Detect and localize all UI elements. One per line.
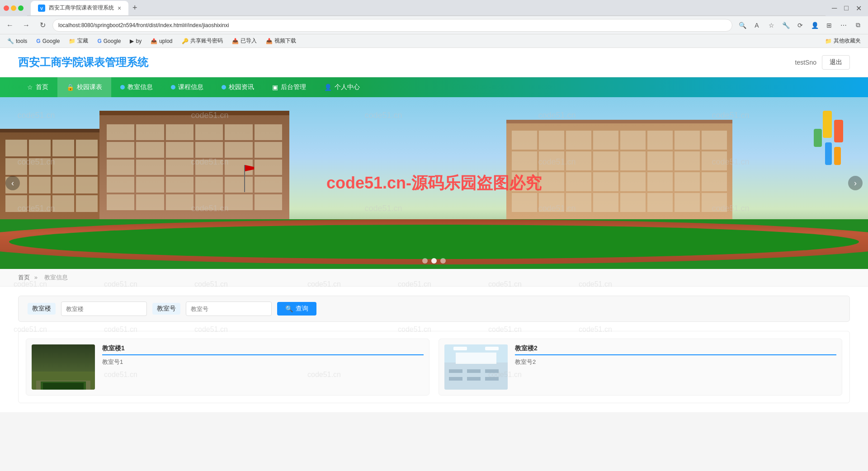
classroom-card-2[interactable]: 教室楼2 教室号2: [439, 339, 842, 396]
nav-home-label: 首页: [36, 83, 48, 91]
close-button[interactable]: ✕: [853, 4, 864, 13]
carousel-dots: [422, 258, 446, 264]
course-dot-icon: [171, 85, 175, 89]
carousel-dot-1[interactable]: [422, 258, 428, 264]
carousel-dot-3[interactable]: [440, 258, 446, 264]
tab-grid-btn[interactable]: ⊞: [823, 19, 835, 32]
folder-icon-1: 📁: [69, 38, 75, 44]
extensions-btn[interactable]: 🔧: [779, 19, 792, 32]
tab-close-button[interactable]: ×: [118, 5, 121, 12]
svg-rect-35: [456, 353, 496, 364]
card-2-room: 教室号2: [515, 358, 836, 366]
page-header: 西安工商学院课表管理系统 testSno 退出: [0, 48, 868, 77]
bookmark-shared-password[interactable]: 🔑 共享账号密码: [178, 36, 226, 46]
new-tab-button[interactable]: +: [128, 2, 141, 14]
nav-home[interactable]: ☆ 首页: [18, 77, 57, 97]
flagpole: [244, 165, 245, 192]
nav-course-label: 课程信息: [178, 83, 203, 91]
window-maximize-button[interactable]: [18, 5, 24, 11]
refresh-button[interactable]: ↻: [36, 19, 49, 32]
sync-btn[interactable]: ⟳: [794, 19, 807, 32]
window-close-button[interactable]: [4, 5, 9, 11]
tab-title: 西安工商学院课表管理系统: [49, 4, 114, 12]
breadcrumb-home-link[interactable]: 首页: [18, 274, 30, 281]
logout-button[interactable]: 退出: [822, 55, 850, 70]
schedule-icon: 🔒: [66, 84, 74, 91]
menu-btn[interactable]: ⋯: [837, 19, 850, 32]
sidebar-btn[interactable]: ⧉: [852, 19, 864, 32]
track-inner: [9, 225, 859, 259]
back-button[interactable]: ←: [4, 19, 16, 32]
classroom-card-1[interactable]: 教室楼1 教室号1: [26, 339, 429, 396]
search-button[interactable]: 🔍 查询: [277, 302, 316, 316]
bookmark-google2[interactable]: G Google: [94, 37, 124, 45]
search-building-label: 教室楼: [28, 303, 56, 315]
building-center: [99, 111, 289, 219]
card-2-building: 教室楼2: [515, 344, 836, 355]
browser-titlebar: V 西安工商学院课表管理系统 × + ─ □ ✕: [0, 0, 868, 16]
tab-bar: V 西安工商学院课表管理系统 × +: [27, 1, 826, 16]
nav-schedule-label: 校园课表: [77, 83, 102, 91]
svg-rect-26: [453, 347, 467, 350]
nav-classroom[interactable]: 教室信息: [111, 77, 162, 97]
site-title: 西安工商学院课表管理系统: [18, 55, 148, 70]
card-1-room: 教室号1: [102, 358, 424, 366]
svg-rect-31: [485, 369, 499, 373]
carousel-next-button[interactable]: ›: [848, 176, 863, 190]
search-room-input[interactable]: [186, 301, 272, 316]
search-icon-btn[interactable]: 🔍: [736, 19, 749, 32]
search-building-input[interactable]: [61, 301, 147, 316]
news-dot-icon: [222, 85, 226, 89]
window-controls: [4, 5, 24, 11]
flag-area: [244, 165, 245, 192]
bookmark-tools[interactable]: 🔧 tools: [4, 37, 31, 45]
bookmark-other[interactable]: 📁 其他收藏夹: [821, 36, 864, 46]
card-1-building: 教室楼1: [102, 344, 424, 355]
nav-personal[interactable]: 👤 个人中心: [315, 77, 369, 97]
header-right: testSno 退出: [795, 55, 850, 70]
uplod-icon: 📤: [151, 38, 157, 44]
other-folder-icon: 📁: [825, 38, 832, 44]
bookmark-baocang[interactable]: 📁 宝藏: [65, 36, 92, 46]
breadcrumb: 首页 » 教室信息: [0, 269, 868, 287]
cards-grid: 教室楼1 教室号1: [18, 331, 850, 403]
toolbar-icons: 🔍 A ☆ 🔧 ⟳ 👤 ⊞ ⋯ ⧉: [736, 19, 864, 32]
address-bar[interactable]: [52, 19, 732, 32]
bookmark-video-download[interactable]: 📥 视频下载: [262, 36, 300, 46]
nav-classroom-label: 教室信息: [127, 83, 153, 91]
card-1-info: 教室楼1 教室号1: [102, 344, 424, 390]
nav-course[interactable]: 课程信息: [162, 77, 212, 97]
svg-rect-32: [449, 377, 462, 381]
classroom-image-1: [32, 344, 95, 390]
search-btn-label: 查询: [296, 305, 308, 313]
svg-text:V: V: [40, 6, 43, 11]
restore-button[interactable]: □: [841, 4, 851, 13]
carousel-prev-button[interactable]: ‹: [5, 176, 20, 190]
classroom-image-2: [444, 344, 508, 390]
bookmark-star-btn[interactable]: ☆: [765, 19, 778, 32]
google-icon-1: G: [36, 38, 40, 44]
main-navigation: ☆ 首页 🔒 校园课表 教室信息 课程信息 校园资讯 ▣ 后台管理 👤 个人中心: [0, 77, 868, 97]
bookmark-by[interactable]: ▶ by: [126, 37, 145, 45]
window-minimize-button[interactable]: [11, 5, 16, 11]
svg-rect-27: [485, 347, 499, 350]
import-icon: 📥: [232, 38, 239, 44]
bookmark-imported[interactable]: 📥 已导入: [228, 36, 260, 46]
bookmark-google1[interactable]: G Google: [33, 37, 63, 45]
svg-rect-23: [43, 383, 84, 390]
nav-news[interactable]: 校园资讯: [212, 77, 263, 97]
nav-schedule[interactable]: 🔒 校园课表: [57, 77, 111, 97]
active-tab[interactable]: V 西安工商学院课表管理系统 ×: [31, 1, 128, 15]
forward-button[interactable]: →: [20, 19, 33, 32]
nav-admin[interactable]: ▣ 后台管理: [263, 77, 315, 97]
svg-rect-2: [823, 111, 832, 138]
reader-mode-btn[interactable]: A: [750, 19, 763, 32]
minimize-button[interactable]: ─: [829, 4, 840, 13]
profile-btn[interactable]: 👤: [808, 19, 821, 32]
mascot-icon: [809, 106, 854, 197]
personal-icon: 👤: [324, 84, 332, 91]
bookmark-uplod[interactable]: 📤 uplod: [147, 37, 176, 45]
svg-rect-6: [834, 147, 841, 165]
carousel-dot-2[interactable]: [431, 258, 437, 264]
classroom-photo-2: [444, 344, 508, 390]
